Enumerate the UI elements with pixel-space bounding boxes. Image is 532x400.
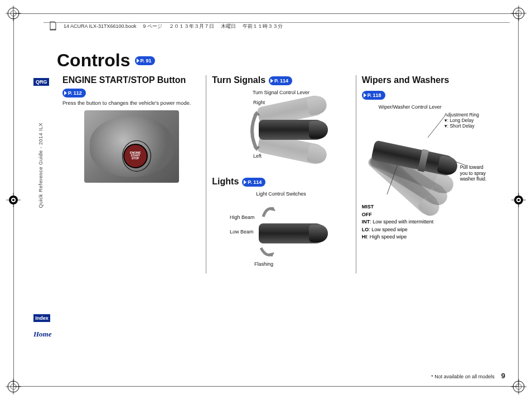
footer: * Not available on all models 9 — [431, 372, 505, 380]
page-title: Controls P. 91 — [57, 50, 155, 71]
label-right: Right — [253, 100, 265, 105]
mode-int: INT — [362, 219, 370, 225]
arrow-right-icon — [270, 79, 273, 83]
adjustment-ring — [418, 149, 429, 172]
wipers-heading: Wipers and Washers — [362, 75, 449, 85]
mode-off: OFF — [362, 212, 372, 217]
label-high-beam: High Beam — [230, 214, 255, 220]
mode-hi: HI — [362, 234, 367, 240]
cropmark-top-right — [509, 3, 529, 23]
column-wipers: Wipers and Washers P. 118 Wiper/Washer C… — [356, 75, 505, 274]
index-tab[interactable]: Index — [33, 314, 50, 322]
lights-lever — [259, 223, 326, 243]
wiper-figure: Adjustment Ring ▾: Long Delay ▾: Short D… — [362, 112, 490, 201]
turn-signals-page-ref[interactable]: P. 114 — [269, 76, 292, 85]
engine-start-stop-button: ENGINE START STOP — [123, 144, 148, 168]
turn-signal-figure: Right Left — [225, 97, 337, 164]
engine-figure: ENGINE START STOP — [84, 110, 179, 183]
engine-page-ref[interactable]: P. 112 — [62, 89, 86, 97]
footer-note: * Not available on all models — [431, 374, 495, 379]
header-time: 午前１１時３３分 — [243, 23, 283, 30]
registration-mark-left — [5, 192, 22, 208]
sidebar: QRG Quick Reference Guide - 2014 ILX Ind… — [33, 50, 49, 367]
annot-pull-to-spray: Pull toward you to spray washer fluid. — [460, 164, 491, 182]
mode-mist: MIST — [362, 204, 374, 209]
arrow-right-icon — [364, 93, 366, 97]
lights-figure: High Beam Low Beam Flashing — [225, 199, 337, 271]
mode-lo: LO — [362, 227, 369, 232]
arrow-right-icon — [137, 58, 139, 63]
cropmark-bottom-right — [509, 377, 529, 397]
lights-page-ref[interactable]: P. 114 — [242, 178, 265, 187]
header-pageinfo: 9 ページ — [143, 23, 163, 30]
svg-point-10 — [12, 199, 14, 201]
header-filename: 14 ACURA ILX-31TX66100.book — [64, 23, 137, 29]
engine-heading: ENGINE START/STOP Button P. 112 — [62, 75, 200, 97]
header-date: ２０１３年３月７日 — [169, 23, 214, 30]
title-text: Controls — [57, 50, 130, 71]
registration-mark-right — [510, 192, 527, 208]
wipers-page-ref[interactable]: P. 118 — [362, 91, 385, 100]
cropmark-bottom-left — [3, 377, 23, 397]
book-icon — [49, 21, 57, 31]
curved-arrow-high-icon — [259, 203, 275, 220]
cropmark-top-left — [3, 3, 23, 23]
home-link[interactable]: Home — [33, 330, 52, 339]
lights-heading: Lights P. 114 — [212, 177, 265, 187]
header-weekday: 木曜日 — [221, 23, 236, 30]
label-left: Left — [253, 153, 262, 159]
title-page-ref[interactable]: P. 91 — [135, 56, 156, 65]
turn-signal-caption: Turn Signal Control Lever — [212, 90, 350, 95]
annot-adjustment-ring: Adjustment Ring ▾: Long Delay ▾: Short D… — [444, 112, 479, 129]
column-engine-start-stop: ENGINE START/STOP Button P. 112 Press th… — [57, 75, 206, 274]
label-flashing: Flashing — [254, 261, 273, 267]
label-low-beam: Low Beam — [230, 229, 254, 235]
svg-point-13 — [518, 199, 520, 201]
header-meta: 14 ACURA ILX-31TX66100.book 9 ページ ２０１３年３… — [49, 21, 283, 31]
qrg-tab[interactable]: QRG — [33, 78, 49, 86]
sidebar-vertical-title: Quick Reference Guide - 2014 ILX — [38, 123, 43, 208]
page-number: 9 — [501, 372, 505, 380]
wiper-caption: Wiper/Washer Control Lever — [379, 104, 500, 110]
turn-signals-heading: Turn Signals P. 114 — [212, 75, 292, 85]
svg-line-14 — [428, 116, 444, 138]
arrow-right-icon — [244, 180, 246, 184]
column-signals-lights: Turn Signals P. 114 Turn Signal Control … — [206, 75, 355, 274]
engine-body: Press the button to changes the vehicle'… — [62, 100, 200, 107]
lights-caption: Light Control Switches — [212, 191, 350, 197]
curved-arrow-flash-icon — [258, 243, 274, 260]
arrow-right-icon — [64, 91, 67, 95]
lever-main — [259, 120, 326, 140]
